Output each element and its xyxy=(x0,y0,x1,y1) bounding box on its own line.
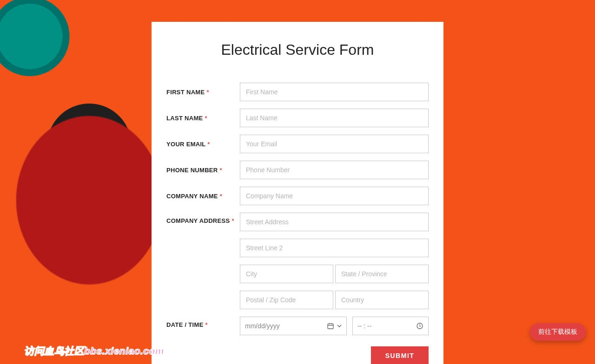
form-card: Electrical Service Form FIRST NAME * LAS… xyxy=(152,22,443,364)
label-last-name: LAST NAME * xyxy=(166,115,240,122)
input-email[interactable] xyxy=(240,135,429,153)
input-city[interactable] xyxy=(240,265,333,283)
input-last-name[interactable] xyxy=(240,109,429,127)
row-phone: PHONE NUMBER * xyxy=(166,161,429,179)
label-company-name-text: COMPANY NAME xyxy=(166,193,218,200)
label-company-address-text: COMPANY ADDRESS xyxy=(166,217,230,224)
input-street-line-2[interactable] xyxy=(240,239,429,257)
label-last-name-text: LAST NAME xyxy=(166,115,203,122)
input-street-address[interactable] xyxy=(240,213,429,231)
label-first-name-text: FIRST NAME xyxy=(166,89,205,96)
clock-icon xyxy=(416,322,423,330)
svg-rect-0 xyxy=(328,324,333,329)
form-body: FIRST NAME * LAST NAME * YOUR EMAIL * PH… xyxy=(166,83,429,364)
row-first-name: FIRST NAME * xyxy=(166,83,429,101)
label-phone-text: PHONE NUMBER xyxy=(166,167,218,174)
input-date[interactable]: mm/dd/yyyy xyxy=(240,317,347,335)
label-email-text: YOUR EMAIL xyxy=(166,141,205,148)
form-title: Electrical Service Form xyxy=(166,41,429,58)
label-company-address: COMPANY ADDRESS * xyxy=(166,213,240,224)
label-datetime: DATE / TIME * xyxy=(166,317,240,328)
row-company-name: COMPANY NAME * xyxy=(166,187,429,205)
label-company-name: COMPANY NAME * xyxy=(166,193,240,200)
required-mark: * xyxy=(219,167,222,174)
label-datetime-text: DATE / TIME xyxy=(166,321,204,328)
required-mark: * xyxy=(206,89,209,96)
required-mark: * xyxy=(231,217,234,224)
row-email: YOUR EMAIL * xyxy=(166,135,429,153)
calendar-icon xyxy=(327,322,334,330)
required-mark: * xyxy=(207,141,210,148)
input-phone[interactable] xyxy=(240,161,429,179)
input-company-name[interactable] xyxy=(240,187,429,205)
input-country[interactable] xyxy=(335,291,429,309)
submit-button[interactable]: SUBMIT xyxy=(371,346,429,364)
row-company-address: COMPANY ADDRESS * xyxy=(166,213,429,309)
date-placeholder: mm/dd/yyyy xyxy=(245,322,280,330)
label-first-name: FIRST NAME * xyxy=(166,89,240,96)
required-mark: * xyxy=(205,115,207,122)
input-first-name[interactable] xyxy=(240,83,429,101)
label-phone: PHONE NUMBER * xyxy=(166,167,240,174)
download-template-button[interactable]: 前往下载模板 xyxy=(530,323,586,341)
required-mark: * xyxy=(205,321,208,328)
row-last-name: LAST NAME * xyxy=(166,109,429,127)
input-postal[interactable] xyxy=(240,291,333,309)
label-email: YOUR EMAIL * xyxy=(166,141,240,148)
input-state[interactable] xyxy=(335,265,429,283)
required-mark: * xyxy=(220,193,222,200)
row-datetime: DATE / TIME * mm/dd/yyyy -- : -- xyxy=(166,317,429,335)
chevron-down-icon xyxy=(337,324,342,328)
time-placeholder: -- : -- xyxy=(357,322,371,330)
input-time[interactable]: -- : -- xyxy=(352,317,429,335)
watermark-text: 访问血鸟社区bbs.xieniao.com免费下载更多内容 xyxy=(24,344,244,358)
